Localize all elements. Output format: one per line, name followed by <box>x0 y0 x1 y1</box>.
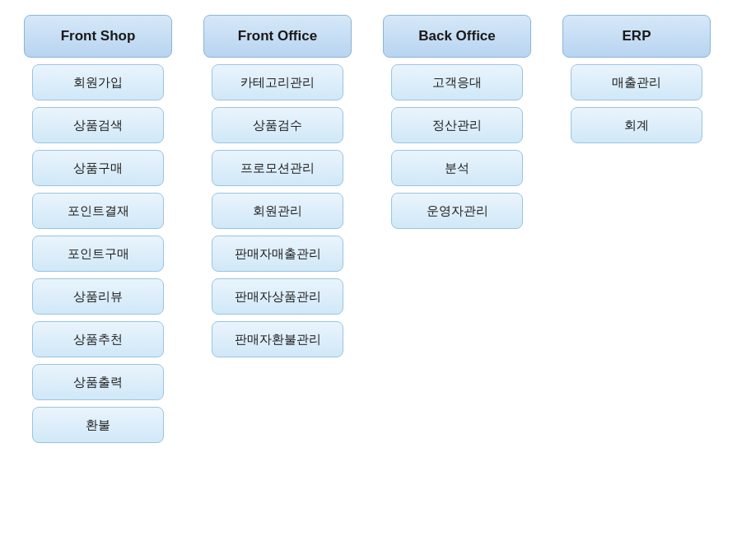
item-카테고리관리[interactable]: 카테고리관리 <box>212 64 343 100</box>
item-회원관리[interactable]: 회원관리 <box>212 193 343 229</box>
item-상품출력[interactable]: 상품출력 <box>32 364 164 400</box>
main-grid: Front Shop회원가입상품검색상품구매포인트결재포인트구매상품리뷰상품추천… <box>8 8 743 450</box>
header-back-office[interactable]: Back Office <box>383 15 531 58</box>
header-erp[interactable]: ERP <box>562 15 711 58</box>
item-상품리뷰[interactable]: 상품리뷰 <box>32 278 164 315</box>
item-판매자상품관리[interactable]: 판매자상품관리 <box>212 278 343 315</box>
item-판매자환불관리[interactable]: 판매자환불관리 <box>212 321 343 357</box>
item-상품검수[interactable]: 상품검수 <box>212 107 343 143</box>
item-고객응대[interactable]: 고객응대 <box>391 64 523 100</box>
column-front-shop: Front Shop회원가입상품검색상품구매포인트결재포인트구매상품리뷰상품추천… <box>8 8 188 450</box>
item-상품구매[interactable]: 상품구매 <box>32 150 164 186</box>
item-포인트구매[interactable]: 포인트구매 <box>32 236 164 272</box>
column-erp: ERP매출관리회계 <box>547 8 726 450</box>
column-front-office: Front Office카테고리관리상품검수프로모션관리회원관리판매자매출관리판… <box>188 8 367 450</box>
item-환불[interactable]: 환불 <box>32 407 164 443</box>
item-매출관리[interactable]: 매출관리 <box>571 64 702 100</box>
item-회원가입[interactable]: 회원가입 <box>32 64 164 100</box>
item-정산관리[interactable]: 정산관리 <box>391 107 523 143</box>
item-상품추천[interactable]: 상품추천 <box>32 321 164 357</box>
header-front-shop[interactable]: Front Shop <box>24 15 172 58</box>
item-포인트결재[interactable]: 포인트결재 <box>32 193 164 229</box>
item-분석[interactable]: 분석 <box>391 150 523 186</box>
column-back-office: Back Office고객응대정산관리분석운영자관리 <box>367 8 547 450</box>
item-회계[interactable]: 회계 <box>571 107 702 143</box>
item-프로모션관리[interactable]: 프로모션관리 <box>212 150 343 186</box>
item-상품검색[interactable]: 상품검색 <box>32 107 164 143</box>
header-front-office[interactable]: Front Office <box>203 15 352 58</box>
item-운영자관리[interactable]: 운영자관리 <box>391 193 523 229</box>
item-판매자매출관리[interactable]: 판매자매출관리 <box>212 236 343 272</box>
